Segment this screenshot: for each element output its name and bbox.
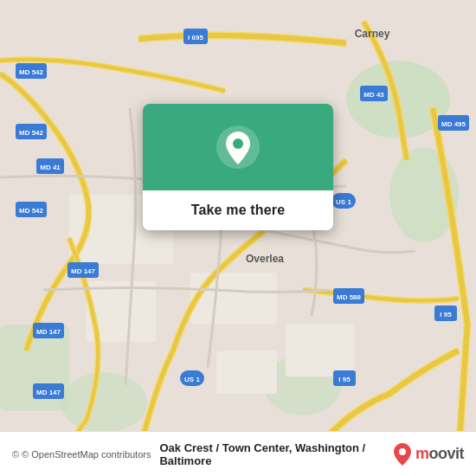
svg-text:Overlea: Overlea: [246, 253, 284, 265]
take-me-there-button[interactable]: Take me there: [143, 190, 333, 230]
svg-text:I 95: I 95: [440, 311, 452, 318]
svg-rect-8: [286, 325, 355, 376]
svg-text:MD 542: MD 542: [19, 68, 44, 76]
map-container: MD 542 MD 542 MD 41 MD 542 MD 43 MD 495 …: [0, 0, 476, 476]
svg-text:MD 147: MD 147: [71, 267, 96, 275]
location-name: Oak Crest / Town Center, Washington / Ba…: [159, 441, 393, 467]
svg-text:MD 588: MD 588: [337, 293, 362, 301]
popup-card: Take me there: [143, 104, 333, 230]
bottom-bar: © © OpenStreetMap contributors Oak Crest…: [0, 431, 476, 476]
svg-text:MD 41: MD 41: [40, 164, 61, 171]
svg-text:MD 147: MD 147: [36, 328, 61, 336]
svg-text:MD 495: MD 495: [441, 120, 466, 128]
moovit-logo: moovit: [393, 442, 464, 466]
svg-rect-10: [216, 351, 277, 394]
svg-text:I 695: I 695: [188, 34, 203, 42]
popup-green-header: [143, 104, 333, 190]
location-pin-icon: [215, 125, 261, 170]
svg-point-4: [61, 372, 147, 433]
svg-point-44: [233, 138, 243, 149]
svg-text:MD 147: MD 147: [36, 389, 61, 396]
map-background: MD 542 MD 542 MD 41 MD 542 MD 43 MD 495 …: [0, 0, 476, 476]
moovit-pin-icon: [393, 442, 412, 466]
moovit-text-label: moovit: [415, 445, 464, 463]
attribution: © © OpenStreetMap contributors: [12, 449, 151, 460]
attribution-text: © OpenStreetMap contributors: [22, 449, 151, 460]
svg-text:US 1: US 1: [184, 376, 200, 383]
svg-text:Carney: Carney: [355, 28, 390, 40]
svg-point-45: [399, 448, 406, 455]
svg-text:MD 542: MD 542: [19, 129, 44, 137]
copyright-icon: ©: [12, 449, 19, 460]
svg-rect-7: [190, 273, 277, 325]
svg-text:I 95: I 95: [338, 376, 351, 383]
svg-text:MD 542: MD 542: [19, 207, 44, 215]
svg-text:US 1: US 1: [336, 198, 351, 206]
svg-text:MD 43: MD 43: [363, 91, 384, 99]
